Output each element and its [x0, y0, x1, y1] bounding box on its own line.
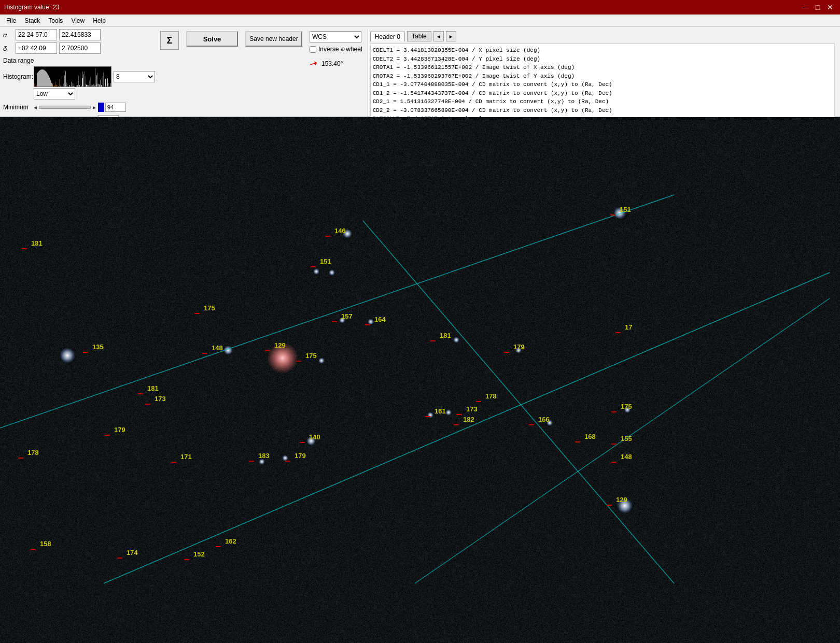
menubar: File Stack Tools View Help [0, 15, 840, 27]
menu-stack[interactable]: Stack [20, 16, 44, 25]
delta-label: δ [3, 45, 13, 52]
inverse-label: Inverse ⊙ wheel [318, 46, 362, 53]
tab-next-button[interactable]: ► [446, 31, 456, 41]
delta-row: δ [3, 42, 155, 54]
solve-area: Solve [184, 29, 240, 49]
maximize-button[interactable]: □ [812, 2, 823, 13]
min-left-arrow[interactable]: ◄ [33, 105, 38, 110]
histogram-canvas[interactable] [34, 66, 111, 87]
save-header-area: Save new header [243, 29, 304, 49]
window-controls: — □ ✕ [800, 2, 836, 13]
alpha-value-input[interactable] [59, 29, 101, 40]
min-value-input[interactable]: 94 [105, 103, 126, 112]
min-slider-track[interactable] [39, 106, 91, 109]
close-button[interactable]: ✕ [824, 2, 836, 13]
delta-value-input[interactable] [59, 42, 101, 54]
solve-button[interactable]: Solve [186, 31, 238, 47]
alpha-coord-input[interactable] [16, 29, 57, 40]
minimize-button[interactable]: — [800, 2, 811, 13]
left-controls: α δ Data range Histogram: 8 16 [3, 29, 155, 124]
min-blue-indicator [98, 103, 104, 112]
bit-depth-select[interactable]: 8 16 [114, 71, 155, 82]
save-header-button[interactable]: Save new header [245, 31, 302, 47]
wcs-select[interactable]: WCS [310, 31, 361, 42]
stretch-select[interactable]: Low Medium High [34, 88, 75, 99]
top-panel: α δ Data range Histogram: 8 16 [0, 27, 840, 117]
header-tabs: Header 0 Table ◄ ► [370, 31, 835, 41]
histogram-label: Histogram: [3, 73, 32, 80]
sigma-area: Σ [158, 29, 181, 52]
titlebar: Histogram value: 23 — □ ✕ [0, 0, 840, 15]
minimum-row: Minimum ◄ ► 94 [3, 103, 155, 112]
data-range-label: Data range [3, 57, 155, 64]
menu-view[interactable]: View [67, 16, 89, 25]
angle-arrow-icon: ↗ [307, 57, 320, 71]
image-area[interactable]: 1811511461511751571641811791713514812917… [0, 117, 840, 643]
window-title: Histogram value: 23 [4, 4, 60, 11]
tab-table[interactable]: Table [407, 31, 431, 41]
wcs-area: WCS Inverse ⊙ wheel ↗ -153.40° [307, 29, 365, 72]
histogram-row: Histogram: 8 16 [3, 66, 155, 87]
menu-tools[interactable]: Tools [44, 16, 67, 25]
minimum-label: Minimum [3, 104, 32, 111]
delta-coord-input[interactable] [16, 42, 57, 54]
alpha-row: α [3, 29, 155, 40]
angle-row: ↗ -153.40° [310, 58, 362, 69]
alpha-label: α [3, 31, 13, 39]
angle-value: -153.40° [319, 60, 343, 67]
tab-prev-button[interactable]: ◄ [433, 31, 444, 41]
menu-file[interactable]: File [2, 16, 20, 25]
main-content: α δ Data range Histogram: 8 16 [0, 27, 840, 643]
tab-header0[interactable]: Header 0 [370, 32, 405, 41]
inverse-checkbox[interactable] [310, 46, 316, 53]
inverse-row: Inverse ⊙ wheel [310, 46, 362, 53]
image-canvas [0, 117, 840, 643]
menu-help[interactable]: Help [89, 16, 110, 25]
min-right-arrow[interactable]: ► [92, 105, 97, 110]
sigma-button[interactable]: Σ [160, 31, 179, 50]
